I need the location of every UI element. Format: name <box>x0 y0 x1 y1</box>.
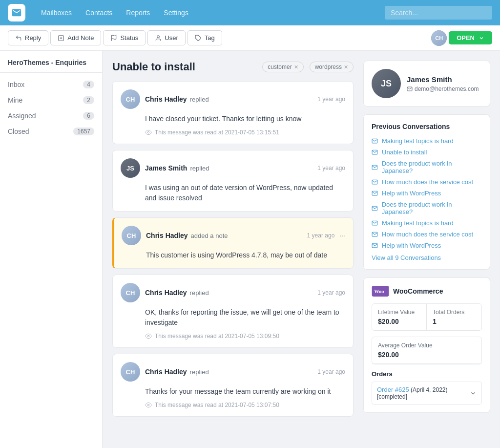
nav-reports[interactable]: Reports <box>120 6 156 20</box>
sidebar-assigned-count: 6 <box>83 112 94 120</box>
chevron-down-icon <box>479 35 484 41</box>
message-2-time: 1 year ago <box>317 165 345 171</box>
message-4-author: Chris Hadley <box>145 289 187 297</box>
sidebar-title: HeroThemes - Enquiries <box>0 59 102 73</box>
sidebar-mine-label: Mine <box>8 96 22 104</box>
chevron-down-icon-order[interactable] <box>470 390 477 397</box>
tag-wordpress-close[interactable]: ✕ <box>344 64 348 70</box>
prev-conv-0[interactable]: Making test topics is hard <box>372 135 482 147</box>
prev-conv-2-text: Does the product work in Japanese? <box>382 160 482 174</box>
add-note-button[interactable]: Add Note <box>50 30 101 45</box>
nav-contacts[interactable]: Contacts <box>80 6 118 20</box>
conversation-main: Unable to install customer ✕ wordpress ✕… <box>112 61 354 438</box>
sidebar-closed-count: 1657 <box>73 128 94 135</box>
svg-point-4 <box>157 35 160 38</box>
avg-order-value: $20.00 <box>378 351 476 359</box>
message-1: CH Chris Hadley replied 1 year ago I hav… <box>112 81 354 144</box>
conversation-title: Unable to install <box>112 61 256 73</box>
message-1-header: CH Chris Hadley replied 1 year ago <box>121 89 345 109</box>
open-label: OPEN <box>457 34 475 42</box>
prev-conv-0-text: Making test topics is hard <box>382 137 454 145</box>
message-3-author: Chris Hadley <box>146 232 188 239</box>
sidebar-item-mine[interactable]: Mine 2 <box>0 92 102 108</box>
message-2-action: replied <box>190 165 209 172</box>
nav-mailboxes[interactable]: Mailboxes <box>35 6 78 20</box>
flag-icon <box>110 35 117 42</box>
message-1-avatar: CH <box>121 89 140 109</box>
mail-icon-4 <box>372 190 378 196</box>
woocommerce-logo: Woo <box>372 286 389 297</box>
prev-conv-6[interactable]: Making test topics is hard <box>372 217 482 229</box>
contact-avatar: JS <box>372 69 401 98</box>
search-input[interactable] <box>385 6 492 20</box>
prev-conv-2[interactable]: Does the product work in Japanese? <box>372 158 482 176</box>
note-icon <box>58 35 64 42</box>
prev-conv-3[interactable]: How much does the service cost <box>372 176 482 188</box>
mail-icon-2 <box>372 164 378 171</box>
sidebar-item-inbox[interactable]: Inbox 4 <box>0 77 102 92</box>
prev-conv-8[interactable]: Help with WordPress <box>372 240 482 251</box>
message-5-author: Chris Hadley <box>145 368 187 376</box>
tag-wordpress[interactable]: wordpress ✕ <box>310 62 354 72</box>
message-5-action: replied <box>190 368 209 376</box>
message-1-read-text: This message was read at 2021-07-05 13:1… <box>155 129 279 136</box>
message-5-meta: Chris Hadley replied <box>145 368 312 376</box>
prev-conv-8-text: Help with WordPress <box>382 242 441 249</box>
contact-email-text: demo@herothemes.com <box>415 85 479 92</box>
message-1-time: 1 year ago <box>317 96 345 103</box>
view-all-conversations[interactable]: View all 9 Conversations <box>372 251 482 261</box>
contact-name: James Smith <box>407 75 479 84</box>
message-1-read: This message was read at 2021-07-05 13:1… <box>145 129 345 136</box>
status-button[interactable]: Status <box>103 30 146 45</box>
mail-icon-3 <box>372 179 378 185</box>
sidebar-item-assigned[interactable]: Assigned 6 <box>0 108 102 124</box>
reply-button[interactable]: Reply <box>8 30 48 45</box>
sidebar-item-closed[interactable]: Closed 1657 <box>0 124 102 139</box>
app-logo <box>8 4 25 21</box>
open-badge[interactable]: OPEN <box>449 31 492 44</box>
nav-links: Mailboxes Contacts Reports Settings <box>35 6 381 20</box>
woocommerce-header: Woo WooCommerce <box>372 286 482 297</box>
prev-conv-7-text: How much does the service cost <box>382 231 473 238</box>
prev-conv-1[interactable]: Unable to install <box>372 147 482 158</box>
sidebar-closed-label: Closed <box>8 128 29 135</box>
previous-conversations-card: Previous Conversations Making test topic… <box>363 114 490 270</box>
tag-customer-close[interactable]: ✕ <box>294 64 298 70</box>
mail-icon-1 <box>372 149 378 155</box>
orders-label: Orders <box>372 370 482 378</box>
order-date-text: (April 4, 2022) <box>411 386 447 393</box>
user-button[interactable]: User <box>147 30 185 45</box>
message-1-author: Chris Hadley <box>145 95 187 103</box>
status-label: Status <box>120 34 138 42</box>
prev-conv-4-text: Help with WordPress <box>382 190 441 197</box>
message-4-avatar: CH <box>121 283 140 302</box>
total-orders-label: Total Orders <box>433 309 476 316</box>
message-5-avatar: CH <box>121 362 140 382</box>
email-icon <box>407 86 413 92</box>
nav-settings[interactable]: Settings <box>158 6 194 20</box>
tag-icon <box>195 35 202 42</box>
prev-conv-5[interactable]: Does the product work in Japanese? <box>372 199 482 217</box>
message-2-author: James Smith <box>145 164 187 172</box>
message-5-header: CH Chris Hadley replied 1 year ago <box>121 362 345 382</box>
svg-point-7 <box>147 335 149 337</box>
note-options-button[interactable]: ··· <box>339 232 345 239</box>
order-link[interactable]: Order #625 <box>377 386 409 393</box>
tag-customer[interactable]: customer ✕ <box>262 62 303 72</box>
prev-conv-4[interactable]: Help with WordPress <box>372 188 482 199</box>
prev-conv-7[interactable]: How much does the service cost <box>372 229 482 240</box>
user-avatar: CH <box>431 30 447 46</box>
sidebar-inbox-label: Inbox <box>8 81 24 88</box>
tag-button[interactable]: Tag <box>188 30 222 45</box>
user-icon <box>155 35 162 42</box>
right-panel: JS James Smith demo@herothemes.com Previ… <box>363 61 490 438</box>
message-1-action: replied <box>190 96 209 103</box>
eye-icon-5 <box>145 402 152 408</box>
eye-icon <box>145 129 152 136</box>
reply-label: Reply <box>25 34 41 42</box>
tag-wordpress-label: wordpress <box>315 64 342 70</box>
sidebar-mine-count: 2 <box>83 96 94 104</box>
message-3-time: 1 year ago <box>307 232 335 239</box>
prev-conv-6-text: Making test topics is hard <box>382 219 454 227</box>
message-4-read: This message was read at 2021-07-05 13:0… <box>145 333 345 340</box>
